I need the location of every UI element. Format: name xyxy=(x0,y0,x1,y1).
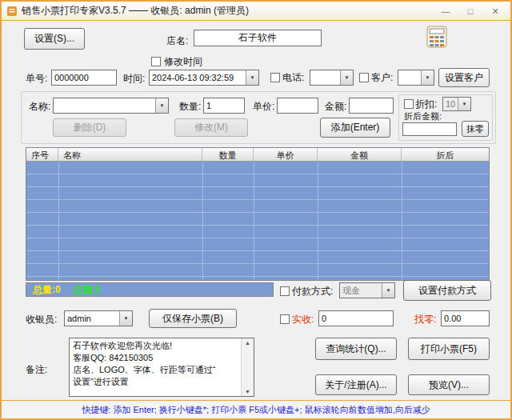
query-statistics-button[interactable]: 查询统计(Q)... xyxy=(315,338,397,360)
price-input[interactable] xyxy=(277,98,318,114)
grid-header-discounted: 折后 xyxy=(402,148,489,161)
app-icon xyxy=(6,6,18,17)
payment-checkbox[interactable] xyxy=(280,286,290,296)
set-payment-button[interactable]: 设置付款方式 xyxy=(403,280,491,301)
discount-label: 折扣: xyxy=(415,98,437,111)
qty-label: 数量: xyxy=(179,100,201,114)
price-label: 单价: xyxy=(253,100,274,114)
set-customer-button[interactable]: 设置客户 xyxy=(438,68,490,87)
grid-header-name: 名称 xyxy=(58,148,202,161)
phone-dropdown[interactable]: ▼ xyxy=(310,70,354,86)
cashier-dropdown[interactable]: admin ▼ xyxy=(64,310,133,326)
discount-value: 10 xyxy=(443,98,458,110)
save-receipt-button[interactable]: 仅保存小票(B) xyxy=(149,309,237,328)
customer-value xyxy=(398,70,421,85)
store-name-label: 店名: xyxy=(166,34,188,48)
discount-checkbox[interactable] xyxy=(404,99,414,109)
settings-button[interactable]: 设置(S)... xyxy=(24,28,85,50)
remarks-label: 备注: xyxy=(26,363,47,377)
modify-time-label: 修改时间 xyxy=(164,55,202,69)
chevron-down-icon[interactable]: ▼ xyxy=(382,283,394,298)
chevron-down-icon[interactable]: ▼ xyxy=(246,70,258,85)
shortcut-hints: 快捷键: 添加 Enter; 换行小键盘*; 打印小票 F5或小键盘+; 鼠标滚… xyxy=(82,404,430,416)
change-input[interactable] xyxy=(441,310,490,326)
total-quantity: 总量:0 xyxy=(33,283,61,297)
discount-dropdown[interactable]: 10 ▼ xyxy=(442,97,471,111)
app-window: 销售小票打印专家V3.5.7 —— 收银员: admin (管理员) — □ ✕… xyxy=(0,0,512,420)
cashier-value: admin xyxy=(65,311,119,326)
time-label: 时间: xyxy=(123,72,145,86)
remarks-scrollbar[interactable]: ▲ ▼ xyxy=(241,338,254,396)
grid-header-index: 序号 xyxy=(26,148,58,161)
received-checkbox[interactable] xyxy=(280,314,290,324)
round-off-button[interactable]: 抹零 xyxy=(462,121,489,137)
maximize-button[interactable]: □ xyxy=(460,4,481,18)
grid-header-amount: 金额 xyxy=(318,148,402,161)
grid-body[interactable] xyxy=(26,162,489,280)
qty-input[interactable] xyxy=(203,98,245,114)
grid-header-price: 单价 xyxy=(254,148,318,161)
phone-value xyxy=(310,70,340,85)
minimize-button[interactable]: — xyxy=(435,4,456,18)
received-label: 实收: xyxy=(292,313,314,326)
preview-button[interactable]: 预览(V)... xyxy=(408,374,490,395)
grid-header: 序号 名称 数量 单价 金额 折后 xyxy=(26,148,489,162)
phone-label: 电话: xyxy=(282,71,304,85)
change-label: 找零: xyxy=(414,313,436,326)
totals-bar: 总量:0 总额:0 xyxy=(26,282,274,297)
amount-input[interactable] xyxy=(349,98,394,114)
item-name-label: 名称: xyxy=(29,100,50,114)
scroll-up-icon[interactable]: ▲ xyxy=(245,340,250,346)
time-dropdown[interactable]: 2024-06-13 09:32:59 ▼ xyxy=(149,70,259,86)
print-receipt-button[interactable]: 打印小票(F5) xyxy=(408,338,490,360)
total-amount: 总额:0 xyxy=(74,283,102,297)
delete-button[interactable]: 删除(D) xyxy=(53,118,126,137)
item-name-value xyxy=(54,98,155,113)
customer-dropdown[interactable]: ▼ xyxy=(398,70,434,86)
grid-header-qty: 数量 xyxy=(202,148,254,161)
payment-method-label: 付款方式: xyxy=(292,285,333,298)
phone-checkbox[interactable] xyxy=(270,73,280,82)
chevron-down-icon[interactable]: ▼ xyxy=(119,311,132,326)
received-input[interactable] xyxy=(318,310,394,326)
chevron-down-icon[interactable]: ▼ xyxy=(421,70,434,85)
scroll-down-icon[interactable]: ▼ xyxy=(245,389,250,394)
store-name-box[interactable]: 石子软件 xyxy=(194,30,322,46)
discounted-amount-input[interactable] xyxy=(402,122,457,136)
window-title: 销售小票打印专家V3.5.7 —— 收银员: admin (管理员) xyxy=(22,4,431,18)
time-value: 2024-06-13 09:32:59 xyxy=(150,70,246,85)
discounted-amount-label: 折后金额: xyxy=(404,110,442,122)
about-register-button[interactable]: 关于/注册(A)... xyxy=(315,374,397,395)
chevron-down-icon[interactable]: ▼ xyxy=(340,70,353,85)
payment-method-value: 现金 xyxy=(340,283,382,298)
add-button[interactable]: 添加(Enter) xyxy=(320,118,390,138)
order-no-label: 单号: xyxy=(26,72,47,86)
chevron-down-icon[interactable]: ▼ xyxy=(155,98,168,113)
cashier-label: 收银员: xyxy=(26,313,57,326)
chevron-down-icon[interactable]: ▼ xyxy=(458,98,470,110)
amount-label: 金额: xyxy=(325,100,346,114)
modify-time-checkbox[interactable] xyxy=(151,57,161,66)
customer-checkbox[interactable] xyxy=(359,73,369,82)
remarks-textarea[interactable]: 石子软件欢迎您再次光临! 客服QQ: 842150305 店名、LOGO、字体、… xyxy=(69,338,254,397)
items-grid[interactable]: 序号 名称 数量 单价 金额 折后 xyxy=(26,147,490,281)
payment-method-dropdown[interactable]: 现金 ▼ xyxy=(339,282,395,298)
close-button[interactable]: ✕ xyxy=(485,4,506,18)
order-no-input[interactable] xyxy=(51,70,117,86)
customer-label: 客户: xyxy=(371,71,393,85)
modify-button[interactable]: 修改(M) xyxy=(174,118,248,137)
item-name-combo[interactable]: ▼ xyxy=(53,98,169,114)
calculator-icon[interactable] xyxy=(426,26,447,48)
status-bar: 快捷键: 添加 Enter; 换行小键盘*; 打印小票 F5或小键盘+; 鼠标滚… xyxy=(2,400,510,418)
title-bar: 销售小票打印专家V3.5.7 —— 收银员: admin (管理员) — □ ✕ xyxy=(2,2,510,21)
